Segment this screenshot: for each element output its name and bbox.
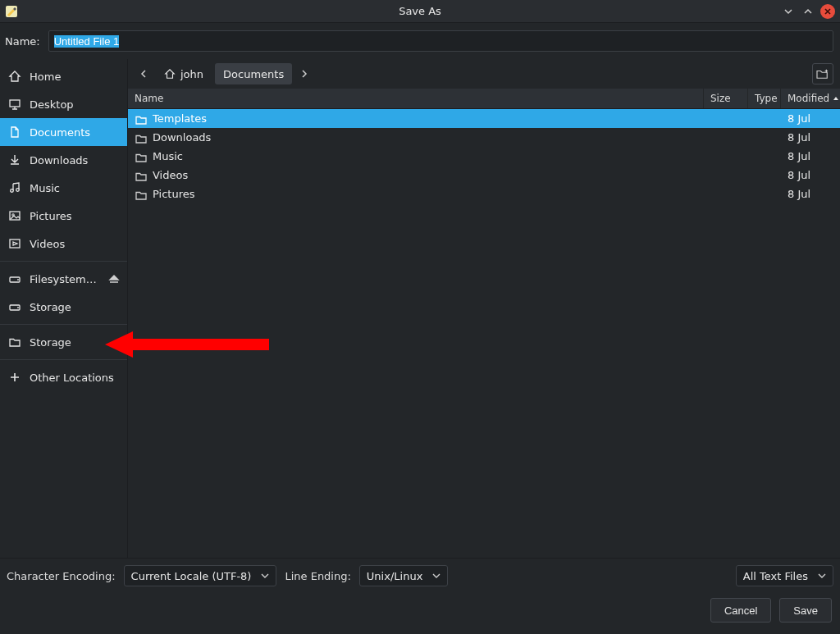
filename-label: Name: [5,35,40,48]
folder-icon [135,189,146,200]
svg-rect-1 [10,100,20,107]
svg-point-8 [17,279,19,281]
drive-icon [8,300,21,313]
music-icon [8,181,21,194]
file-row[interactable]: Videos8 Jul [128,166,840,185]
cancel-button-label: Cancel [724,604,757,617]
sidebar-separator [0,261,127,262]
breadcrumb-home[interactable]: john [156,63,212,84]
sidebar-item-desktop[interactable]: Desktop [0,90,127,118]
line-ending-label: Line Ending: [285,570,350,582]
chevron-down-icon [261,572,269,579]
maximize-button[interactable] [801,4,815,19]
file-list: Name Size Type Modified Templates8 JulDo… [128,89,840,558]
file-cell-name: Downloads [128,131,704,144]
column-header-type[interactable]: Type [748,89,781,108]
window-title: Save As [0,5,840,17]
main-area: HomeDesktopDocumentsDownloadsMusicPictur… [0,59,840,558]
sidebar-item-label: Music [30,182,119,194]
column-header-size[interactable]: Size [704,89,748,108]
sidebar-item-label: Storage [30,301,119,313]
eject-icon[interactable] [107,273,119,285]
file-cell-name: Music [128,150,704,162]
column-header-type-label: Type [755,93,778,104]
file-cell-modified: 8 Jul [781,112,840,125]
places-sidebar: HomeDesktopDocumentsDownloadsMusicPictur… [0,59,128,558]
documents-icon [8,125,21,139]
cancel-button[interactable]: Cancel [710,598,771,623]
line-ending-value: Unix/Linux [367,570,422,582]
footer-options-row: Character Encoding: Current Locale (UTF-… [0,559,840,593]
pictures-icon [8,209,21,222]
svg-point-3 [16,189,20,192]
close-button[interactable] [820,4,835,19]
column-header-modified[interactable]: Modified [781,89,840,108]
path-forward-button[interactable] [295,64,313,84]
file-row[interactable]: Music8 Jul [128,147,840,166]
dialog-footer: Character Encoding: Current Locale (UTF-… [0,558,840,634]
sidebar-item-label: Other Locations [30,372,119,384]
sidebar-item-videos[interactable]: Videos [0,230,127,258]
file-cell-name: Videos [128,169,704,181]
column-header-name[interactable]: Name [128,89,704,108]
column-header-size-label: Size [710,93,731,104]
home-icon [8,70,21,83]
file-list-body[interactable]: Templates8 JulDownloads8 JulMusic8 JulVi… [128,108,840,558]
breadcrumb-documents[interactable]: Documents [215,63,292,84]
folder-icon [135,170,146,181]
desktop-icon [8,98,21,111]
file-name-label: Templates [153,112,207,125]
sort-ascending-icon [833,95,839,102]
file-row[interactable]: Templates8 Jul [128,109,840,128]
filename-input[interactable] [48,30,833,52]
chevron-down-icon [818,572,826,579]
chevron-down-icon [432,572,441,579]
file-list-header: Name Size Type Modified [128,89,840,108]
line-ending-combobox[interactable]: Unix/Linux [359,565,448,586]
path-back-button[interactable] [135,64,153,84]
file-panel: john Documents Name Size Type Modified T [128,59,840,558]
sidebar-item-label: Filesystem ... [30,273,99,285]
minimize-button[interactable] [781,4,796,19]
home-icon [164,68,176,80]
filetype-filter-value: All Text Files [743,570,808,582]
sidebar-item-music[interactable]: Music [0,174,127,202]
sidebar-item-downloads[interactable]: Downloads [0,146,127,174]
sidebar-item-documents[interactable]: Documents [0,118,127,146]
file-cell-modified: 8 Jul [781,188,840,200]
downloads-icon [8,153,21,166]
plus-icon [8,371,21,384]
file-name-label: Music [153,150,183,162]
folder-icon [135,151,146,162]
sidebar-item-label: Storage [30,336,119,349]
sidebar-item-home[interactable]: Home [0,62,127,90]
sidebar-item-storage[interactable]: Storage [0,293,127,321]
breadcrumb-part-label: Documents [223,68,284,80]
footer-buttons-row: Cancel Save [0,593,840,634]
sidebar-item-other-locations[interactable]: Other Locations [0,363,127,391]
file-row[interactable]: Pictures8 Jul [128,185,840,203]
file-cell-modified: 8 Jul [781,169,840,181]
svg-point-10 [17,307,19,308]
folder-icon [135,113,146,125]
file-cell-name: Templates [128,112,704,125]
file-row[interactable]: Downloads8 Jul [128,128,840,147]
filetype-filter-combobox[interactable]: All Text Files [736,565,833,586]
column-header-modified-label: Modified [788,93,829,104]
app-icon [5,5,18,18]
pathbar: john Documents [128,59,840,89]
file-cell-name: Pictures [128,188,704,200]
sidebar-item-filesystem-[interactable]: Filesystem ... [0,265,127,293]
svg-point-2 [11,189,14,193]
sidebar-separator [0,324,127,325]
window-controls [781,4,840,19]
folder-icon [135,132,146,144]
create-folder-button[interactable] [812,63,833,84]
sidebar-item-pictures[interactable]: Pictures [0,202,127,230]
encoding-combobox[interactable]: Current Locale (UTF-8) [124,565,277,586]
sidebar-item-storage[interactable]: Storage [0,328,127,356]
save-button-label: Save [793,604,818,617]
drive-icon [8,272,21,285]
save-button[interactable]: Save [779,598,832,623]
folder-icon [8,335,21,349]
